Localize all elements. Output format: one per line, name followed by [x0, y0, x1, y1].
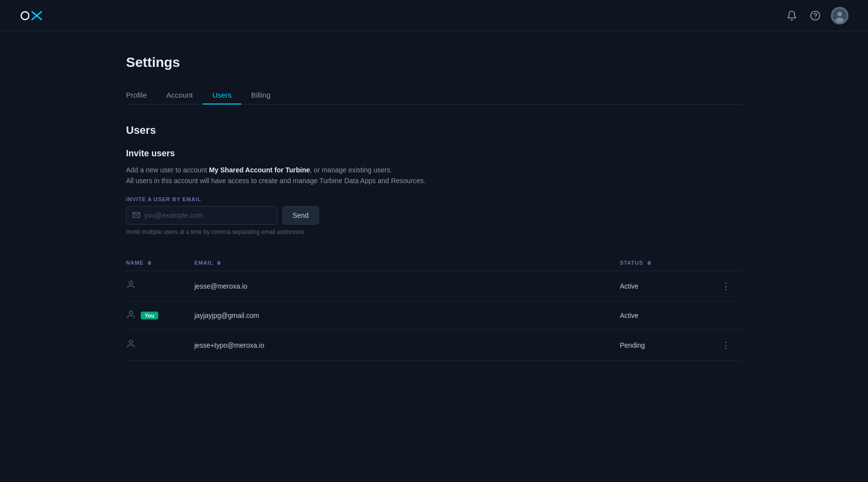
user-email-cell: jesse+typo@meroxa.io	[194, 330, 620, 360]
invite-email-label: INVITE A USER BY EMAIL	[126, 196, 742, 202]
invite-title: Invite users	[126, 148, 742, 159]
users-table: NAME EMAIL STATUS	[126, 255, 742, 361]
svg-point-6	[837, 12, 842, 16]
tab-billing[interactable]: Billing	[241, 86, 280, 104]
avatar[interactable]	[831, 7, 848, 24]
header-actions	[784, 7, 848, 24]
user-status-cell: Pending	[620, 330, 718, 360]
tabs-nav: Profile Account Users Billing	[126, 86, 742, 105]
users-section: Users Invite users Add a new user to acc…	[126, 124, 742, 361]
send-button[interactable]: Send	[282, 206, 319, 225]
table-body: jesse@meroxa.io Active ⋮	[126, 271, 742, 360]
notifications-button[interactable]	[784, 8, 800, 23]
email-input-wrapper	[126, 206, 277, 225]
table-row: jesse+typo@meroxa.io Pending ⋮	[126, 330, 742, 360]
user-icon	[126, 339, 136, 351]
tab-profile[interactable]: Profile	[126, 86, 157, 104]
page-title: Settings	[126, 55, 742, 70]
user-status-cell: Active	[620, 301, 718, 330]
user-actions-cell: ⋮	[718, 271, 742, 301]
users-section-title: Users	[126, 124, 742, 137]
user-name-cell	[126, 271, 194, 301]
email-sort-icon[interactable]	[217, 261, 221, 265]
svg-point-10	[129, 311, 133, 314]
user-icon	[126, 280, 136, 292]
invite-description: Add a new user to account My Shared Acco…	[126, 165, 742, 187]
you-badge: You	[141, 312, 158, 319]
header	[0, 0, 868, 31]
svg-point-11	[129, 340, 133, 344]
more-actions-button[interactable]: ⋮	[718, 338, 734, 353]
col-actions	[718, 255, 742, 271]
col-name: NAME	[126, 255, 194, 271]
user-icon	[126, 310, 136, 322]
main-content: Settings Profile Account Users Billing U…	[0, 31, 868, 384]
name-sort-icon[interactable]	[148, 261, 151, 265]
table-row: jesse@meroxa.io Active ⋮	[126, 271, 742, 301]
user-name-cell	[126, 330, 194, 360]
user-status-cell: Active	[620, 271, 718, 301]
more-actions-button[interactable]: ⋮	[718, 279, 734, 293]
email-input[interactable]	[144, 207, 271, 224]
envelope-icon	[132, 211, 140, 219]
logo	[20, 8, 43, 23]
user-email-cell: jayjayjpg@gmail.com	[194, 301, 620, 330]
invite-hint: Invite multiple users at a time by comma…	[126, 229, 742, 235]
help-button[interactable]	[807, 8, 823, 23]
user-actions-cell: ⋮	[718, 330, 742, 360]
col-status: STATUS	[620, 255, 718, 271]
user-email-cell: jesse@meroxa.io	[194, 271, 620, 301]
user-name-cell: You	[126, 301, 194, 330]
tab-account[interactable]: Account	[157, 86, 203, 104]
tab-users[interactable]: Users	[203, 86, 241, 104]
table-row: You jayjayjpg@gmail.com Active	[126, 301, 742, 330]
invite-input-row: Send	[126, 206, 742, 225]
logo-icon	[20, 8, 43, 23]
col-email: EMAIL	[194, 255, 620, 271]
svg-point-0	[21, 12, 29, 20]
svg-point-9	[129, 281, 133, 285]
user-actions-cell	[718, 301, 742, 330]
table-header: NAME EMAIL STATUS	[126, 255, 742, 271]
invite-section: Invite users Add a new user to account M…	[126, 148, 742, 235]
status-sort-icon[interactable]	[647, 261, 651, 265]
